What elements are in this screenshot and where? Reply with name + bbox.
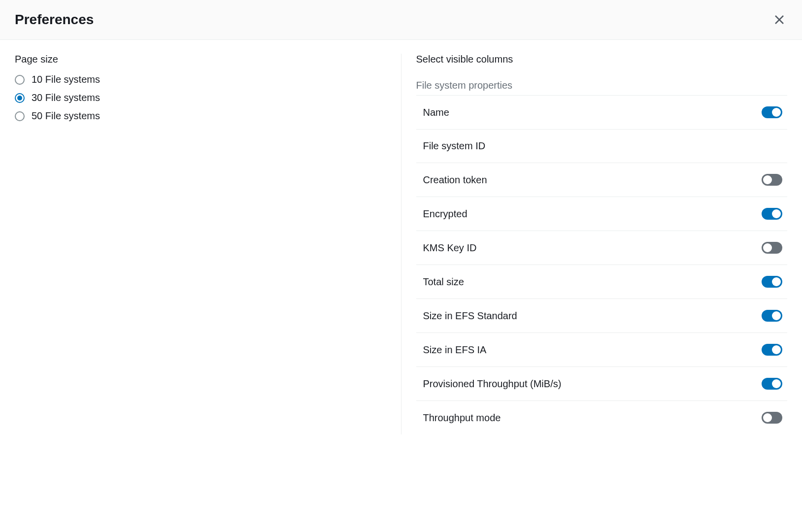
column-toggle-label: KMS Key ID (423, 242, 477, 254)
radio-icon (15, 111, 25, 121)
column-toggle[interactable] (762, 208, 782, 220)
column-toggle-row: Total size (416, 265, 788, 299)
column-toggle-row: Throughput mode (416, 400, 788, 434)
column-toggle-row: Name (416, 95, 788, 129)
page-size-option[interactable]: 30 File systems (15, 92, 386, 103)
column-toggle[interactable] (762, 106, 782, 118)
column-toggle-row: Encrypted (416, 197, 788, 231)
column-toggle[interactable] (762, 310, 782, 322)
column-group-title: File system properties (416, 74, 788, 91)
column-toggle[interactable] (762, 276, 782, 288)
dialog-title: Preferences (15, 12, 94, 28)
column-toggle-row: File system ID (416, 129, 788, 163)
visible-columns-section: Select visible columns File system prope… (401, 54, 788, 434)
column-toggle-label: Throughput mode (423, 412, 501, 424)
radio-icon (15, 75, 25, 85)
page-size-title: Page size (15, 54, 386, 65)
column-toggle-label: Size in EFS IA (423, 344, 487, 356)
column-toggle-row: Size in EFS Standard (416, 299, 788, 332)
column-toggle[interactable] (762, 242, 782, 254)
column-toggle-label: Size in EFS Standard (423, 310, 517, 322)
close-icon (773, 14, 785, 26)
radio-label: 30 File systems (32, 92, 100, 103)
column-toggle-label: File system ID (423, 140, 486, 152)
column-toggle-label: Name (423, 107, 449, 118)
column-toggle[interactable] (762, 378, 782, 390)
page-size-option[interactable]: 10 File systems (15, 74, 386, 85)
column-toggle-row: Size in EFS IA (416, 332, 788, 366)
page-size-radio-group: 10 File systems30 File systems50 File sy… (15, 74, 386, 122)
column-toggle[interactable] (762, 174, 782, 186)
column-toggle-row: Creation token (416, 163, 788, 197)
column-toggle-label: Creation token (423, 174, 487, 186)
column-toggle[interactable] (762, 344, 782, 356)
column-toggle-row: Provisioned Throughput (MiB/s) (416, 366, 788, 400)
visible-columns-title: Select visible columns (416, 54, 788, 65)
radio-label: 50 File systems (32, 110, 100, 122)
radio-icon (15, 93, 25, 103)
dialog-content: Page size 10 File systems30 File systems… (0, 40, 802, 448)
dialog-header: Preferences (0, 0, 802, 40)
column-toggle-label: Total size (423, 276, 464, 288)
close-button[interactable] (771, 12, 787, 28)
page-size-option[interactable]: 50 File systems (15, 110, 386, 122)
column-toggle[interactable] (762, 412, 782, 424)
column-toggle-label: Encrypted (423, 208, 468, 220)
column-toggle-label: Provisioned Throughput (MiB/s) (423, 378, 562, 390)
column-toggle-list: NameFile system IDCreation tokenEncrypte… (416, 95, 788, 434)
radio-label: 10 File systems (32, 74, 100, 85)
page-size-section: Page size 10 File systems30 File systems… (15, 54, 401, 434)
column-toggle-row: KMS Key ID (416, 231, 788, 265)
